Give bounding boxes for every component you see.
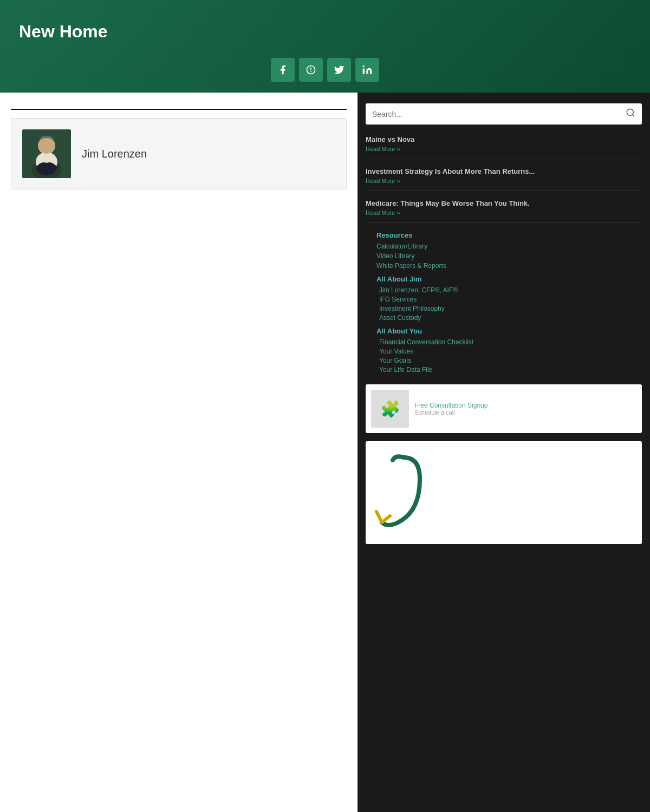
sidebar-article-1: Maine vs Nova Read More » — [366, 135, 642, 159]
sidebar-widget-1: 🧩 Free Consultation Signup Schedule a ca… — [366, 384, 642, 433]
social-icons-bar — [11, 58, 639, 82]
about-jim-heading[interactable]: All About Jim — [376, 275, 642, 283]
article-2-read-more[interactable]: Read More » — [366, 178, 642, 184]
main-container: Jim Lorenzen Maine vs Nova Read More » I… — [0, 93, 650, 812]
search-input[interactable] — [372, 110, 626, 119]
site-title: New Home — [11, 16, 639, 47]
nav-your-values[interactable]: Your Values — [376, 348, 642, 355]
svg-point-6 — [627, 109, 633, 115]
linkedin-icon[interactable] — [355, 58, 379, 82]
facebook-icon[interactable] — [271, 58, 295, 82]
sidebar-article-3: Medicare: Things May Be Worse Than You T… — [366, 199, 642, 223]
arrow-icon — [371, 452, 425, 533]
nav-financial-checklist[interactable]: Financial Conversation Checklist — [376, 338, 642, 346]
sidebar-nav-about-you: All About You Financial Conversation Che… — [366, 327, 642, 374]
sidebar-widget-arrow — [366, 441, 642, 544]
nav-white-papers[interactable]: White Papers & Reports — [376, 262, 642, 270]
content-divider — [11, 109, 347, 110]
search-icon[interactable] — [626, 108, 635, 120]
author-card: Jim Lorenzen — [11, 118, 347, 189]
nav-your-life-data[interactable]: Your Life Data File — [376, 366, 642, 374]
nav-jim-lorenzen[interactable]: Jim Lorenzen, CFP®, AIF® — [376, 286, 642, 294]
header: New Home — [0, 0, 650, 93]
nav-asset-custody[interactable]: Asset Custody — [376, 314, 642, 322]
widget-image-1: 🧩 — [371, 390, 409, 428]
twitter-icon[interactable] — [327, 58, 351, 82]
sidebar-nav-about-jim: All About Jim Jim Lorenzen, CFP®, AIF® I… — [366, 275, 642, 322]
sidebar: Maine vs Nova Read More » Investment Str… — [358, 93, 650, 812]
nav-video-library[interactable]: Video Library — [376, 252, 642, 260]
sidebar-article-2: Investment Strategy Is About More Than R… — [366, 167, 642, 191]
nav-investment-philosophy[interactable]: Investment Philosophy — [376, 305, 642, 312]
content-area: Jim Lorenzen — [0, 93, 358, 812]
nav-your-goals[interactable]: Your Goals — [376, 357, 642, 364]
svg-point-5 — [38, 137, 55, 154]
article-1-title[interactable]: Maine vs Nova — [366, 135, 642, 143]
svg-point-0 — [363, 66, 365, 67]
nav-calculator-library[interactable]: Calculator/Library — [376, 243, 642, 250]
google-plus-icon[interactable] — [299, 58, 323, 82]
nav-ifg-services[interactable]: IFG Services — [376, 296, 642, 303]
svg-line-7 — [632, 114, 634, 116]
article-1-read-more[interactable]: Read More » — [366, 146, 642, 152]
author-name: Jim Lorenzen — [82, 148, 147, 160]
widget-content-1: Free Consultation Signup Schedule a call — [414, 402, 487, 416]
article-3-read-more[interactable]: Read More » — [366, 209, 642, 216]
widget-link-1[interactable]: Free Consultation Signup — [414, 402, 487, 409]
sidebar-nav-resources: Resources Calculator/Library Video Libra… — [366, 231, 642, 270]
article-2-title[interactable]: Investment Strategy Is About More Than R… — [366, 167, 642, 175]
resources-heading[interactable]: Resources — [376, 231, 642, 239]
widget-subtext-1: Schedule a call — [414, 409, 487, 416]
article-3-title[interactable]: Medicare: Things May Be Worse Than You T… — [366, 199, 642, 207]
author-avatar — [22, 129, 71, 178]
about-you-heading[interactable]: All About You — [376, 327, 642, 335]
search-box[interactable] — [366, 103, 642, 125]
